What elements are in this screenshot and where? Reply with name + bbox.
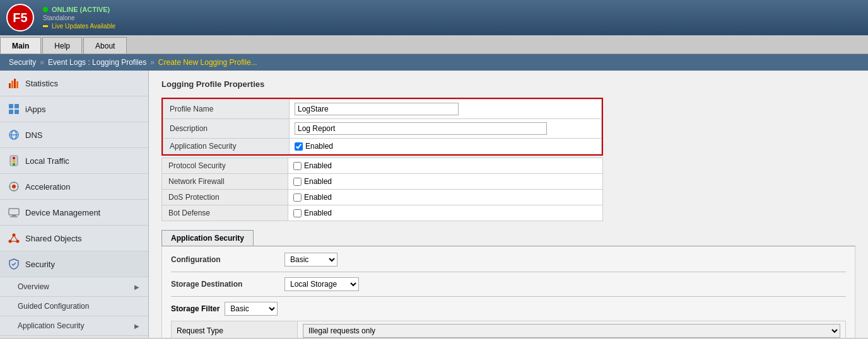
protocol-security-checkbox[interactable] [293,162,302,170]
storage-destination-select[interactable]: Local Storage Remote Storage [284,277,359,291]
tab-main[interactable]: Main [0,37,41,54]
sidebar-item-device-management[interactable]: Device Management [0,200,148,226]
sidebar-label-shared-objects: Shared Objects [25,234,82,243]
online-indicator [43,7,48,12]
request-type-value-cell: Illegal requests only All requests Legal… [298,321,846,338]
sidebar-sub-item-guided-configuration[interactable]: Guided Configuration [0,297,148,316]
status-online: ONLINE (ACTIVE) [43,6,115,13]
svg-point-13 [13,160,15,163]
shared-icon [8,232,20,244]
main-layout: Statistics iApps DNS Local Traffic Accel [0,71,868,338]
sidebar: Statistics iApps DNS Local Traffic Accel [0,71,149,338]
request-type-label: Request Type [172,321,298,338]
network-firewall-label: Network Firewall [162,174,288,190]
app-security-enabled-label: Enabled [305,142,333,151]
divider-2 [171,296,846,297]
sidebar-sub-item-overview[interactable]: Overview ▶ [0,277,148,297]
sidebar-sub-item-protocol-security[interactable]: Protocol Security ▶ [0,336,148,338]
svg-point-12 [13,157,15,159]
svg-rect-3 [16,81,18,88]
security-icon [8,258,20,270]
sidebar-label-statistics: Statistics [25,79,58,88]
sub-tab-bar: Application Security [161,230,855,246]
svg-line-28 [14,235,18,241]
chart-icon [8,77,20,89]
bot-defense-enabled-label: Enabled [304,209,332,217]
dos-protection-enabled-label: Enabled [304,193,332,202]
profile-name-input[interactable] [295,103,459,115]
svg-rect-1 [11,81,13,88]
description-input[interactable] [295,122,547,135]
sidebar-item-statistics[interactable]: Statistics [0,71,148,96]
chevron-right-icon-2: ▶ [134,323,139,330]
sidebar-sub-label-guided-configuration: Guided Configuration [18,302,89,311]
header: F5 ONLINE (ACTIVE) Standalone Live Updat… [0,0,868,35]
bot-defense-checkbox[interactable] [293,209,302,217]
request-type-table: Request Type Illegal requests only All r… [171,321,846,338]
tab-about[interactable]: About [83,37,127,54]
profile-name-label: Profile Name [163,100,290,119]
sidebar-item-security[interactable]: Security [0,251,148,277]
protocol-security-label: Protocol Security [162,158,288,174]
svg-rect-4 [9,104,13,108]
svg-rect-21 [9,209,19,215]
tab-application-security[interactable]: Application Security [161,230,254,246]
sidebar-item-shared-objects[interactable]: Shared Objects [0,226,148,251]
dos-protection-checkbox[interactable] [293,193,302,202]
security-options-table: Protocol Security Enabled Network Firewa… [161,158,603,221]
configuration-label: Configuration [171,255,284,264]
svg-point-16 [12,185,16,188]
app-security-value-cell: Enabled [290,139,602,154]
status-updates: Live Updates Available [43,23,115,30]
configuration-select[interactable]: Basic Advanced [284,253,337,267]
storage-filter-label: Storage Filter [171,304,220,313]
storage-destination-row: Storage Destination Local Storage Remote… [171,277,846,291]
svg-rect-7 [15,110,19,114]
sidebar-label-security: Security [25,260,55,269]
top-nav: Main Help About [0,35,868,54]
tab-help[interactable]: Help [42,37,82,54]
sidebar-item-acceleration[interactable]: Acceleration [0,174,148,200]
device-icon [8,206,20,219]
network-firewall-checkbox[interactable] [293,178,302,186]
header-status: ONLINE (ACTIVE) Standalone Live Updates … [43,6,115,30]
breadcrumb-logging-profiles[interactable]: Event Logs : Logging Profiles [48,58,146,67]
sidebar-item-iapps[interactable]: iApps [0,96,148,122]
sidebar-item-local-traffic[interactable]: Local Traffic [0,148,148,174]
breadcrumb-security[interactable]: Security [9,58,36,67]
dos-protection-value-cell: Enabled [288,190,603,205]
description-value-cell [290,119,602,139]
storage-filter-row: Storage Filter Basic Advanced [171,302,846,316]
svg-rect-6 [9,110,13,114]
sidebar-label-local-traffic: Local Traffic [25,156,69,166]
updates-indicator [43,25,48,27]
svg-rect-0 [9,83,11,88]
breadcrumb: Security » Event Logs : Logging Profiles… [0,54,868,71]
iapps-icon [8,103,20,115]
protocol-security-enabled-label: Enabled [304,161,332,170]
f5-logo: F5 [6,4,34,32]
dns-icon [8,129,20,141]
breadcrumb-current: Create New Logging Profile... [158,58,257,67]
sidebar-sub-item-application-security[interactable]: Application Security ▶ [0,316,148,336]
svg-point-14 [13,163,15,166]
sidebar-label-acceleration: Acceleration [25,182,71,192]
app-security-checkbox[interactable] [295,142,303,151]
sidebar-item-dns[interactable]: DNS [0,122,148,148]
svg-line-27 [10,235,14,241]
network-firewall-enabled-label: Enabled [304,177,332,186]
configuration-row: Configuration Basic Advanced [171,253,846,267]
storage-destination-label: Storage Destination [171,280,284,289]
section-title: Logging Profile Properties [161,79,855,91]
divider-1 [171,272,846,272]
bot-defense-label: Bot Defense [162,205,288,221]
sidebar-sub-label-application-security: Application Security [18,321,84,330]
status-standalone: Standalone [43,14,115,21]
storage-filter-select[interactable]: Basic Advanced [225,302,278,316]
profile-form-table: Profile Name Description Application Sec… [163,99,602,154]
description-label: Description [163,119,290,139]
request-type-select[interactable]: Illegal requests only All requests Legal… [303,324,840,338]
bot-defense-value-cell: Enabled [288,205,603,221]
chevron-right-icon: ▶ [134,284,139,290]
svg-rect-5 [15,104,19,108]
